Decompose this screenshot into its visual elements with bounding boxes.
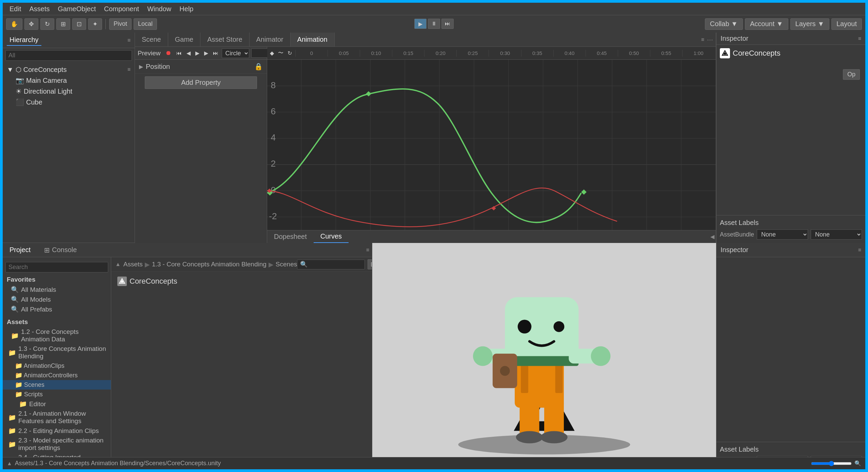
menu-component[interactable]: Component — [101, 4, 142, 14]
svg-text:2: 2 — [271, 159, 276, 169]
hierarchy-item-coreconcepts[interactable]: ▼ ⬡ CoreConcepts ≡ — [3, 64, 135, 75]
svg-point-45 — [473, 346, 493, 366]
account-button[interactable]: Account ▼ — [745, 18, 788, 30]
project-asset-9[interactable]: 📁 2.3 - Model specific animation import … — [3, 436, 111, 453]
anim-frame-input[interactable]: 0 — [251, 49, 268, 58]
hierarchy-item-cube[interactable]: ⬛ Cube — [3, 97, 135, 108]
tab-project[interactable]: Project — [3, 244, 37, 256]
tab-game[interactable]: Game — [168, 33, 200, 46]
anim-clip-select[interactable]: Circle — [222, 49, 249, 58]
timeline-key-btn[interactable]: ◆ — [269, 49, 275, 57]
anim-next-frame[interactable]: ▶ — [203, 49, 210, 57]
project-file-coreconcepts[interactable]: CoreConcepts — [114, 275, 369, 288]
hierarchy-camera-label: Main Camera — [26, 77, 67, 84]
position-arrow: ▶ — [139, 63, 143, 70]
unity-file-icon — [117, 277, 127, 286]
local-button[interactable]: Local — [134, 18, 157, 30]
anim-first-frame[interactable]: ⏮ — [175, 50, 183, 57]
project-asset-2[interactable]: 📁 AnimationClips — [3, 361, 111, 371]
menu-assets[interactable]: Assets — [26, 4, 53, 14]
menu-edit[interactable]: Edit — [6, 4, 24, 14]
ruler-1: 0:05 — [328, 50, 360, 57]
asset-bundle-select[interactable]: None — [757, 229, 808, 240]
anim-prev-frame[interactable]: ◀ — [185, 49, 192, 57]
hierarchy-search[interactable] — [5, 50, 132, 61]
breadcrumb-scenes[interactable]: Scenes — [276, 261, 297, 268]
hierarchy-content: ▼ ⬡ CoreConcepts ≡ 📷 Main Camera ☀ Direc… — [3, 63, 135, 243]
toolbar-move-tool[interactable]: ✥ — [24, 18, 38, 30]
hierarchy-tab[interactable]: Hierarchy — [7, 35, 41, 46]
project-search-input[interactable] — [5, 262, 108, 272]
tab-animator[interactable]: Animator — [250, 33, 291, 46]
hierarchy-item-dirlight[interactable]: ☀ Directional Light — [3, 86, 135, 97]
play-button[interactable]: ▶ — [414, 19, 427, 29]
asset-label-7: 2.1 - Animation Window Features and Sett… — [18, 410, 107, 425]
toolbar-rotate-tool[interactable]: ↻ — [40, 18, 54, 30]
project-files: CoreConcepts — [111, 272, 372, 469]
inspector-open-button[interactable]: Op — [843, 69, 860, 80]
pause-button[interactable]: ⏸ — [428, 19, 440, 29]
right-inspector-header: Inspector ≡ — [716, 243, 865, 257]
toolbar-hand-tool[interactable]: ✋ — [6, 18, 22, 30]
tab-dopesheet[interactable]: Dopesheet — [267, 231, 314, 243]
step-button[interactable]: ⏭ — [441, 19, 454, 29]
view-tabs-menu[interactable]: ≡ — [701, 37, 704, 43]
menu-gameobject[interactable]: GameObject — [55, 4, 99, 14]
anim-play[interactable]: ▶ — [194, 49, 201, 57]
anim-props-panel: Preview ⏺ ⏮ ◀ ▶ ▶ ⏭ Circle 0 — [135, 47, 267, 243]
project-search-right-input[interactable] — [297, 260, 365, 269]
project-asset-0[interactable]: 📁 1.2 - Core Concepts Animation Data — [3, 327, 111, 344]
toolbar-transform-tool[interactable]: ✦ — [88, 18, 102, 30]
anim-record-btn[interactable]: ⏺ — [164, 49, 173, 57]
menu-window[interactable]: Window — [144, 4, 175, 14]
breadcrumb-assets[interactable]: Assets — [123, 261, 143, 268]
inspector-content: CoreConcepts Op — [716, 45, 865, 215]
svg-point-50 — [516, 431, 543, 443]
timeline-curve-btn[interactable]: 〜 — [277, 49, 285, 57]
collab-button[interactable]: Collab ▼ — [705, 18, 743, 30]
project-asset-7[interactable]: 📁 2.1 - Animation Window Features and Se… — [3, 409, 111, 426]
inspector-menu-btn[interactable]: ≡ — [858, 36, 861, 42]
project-tab-label: Project — [9, 246, 31, 254]
project-asset-8[interactable]: 📁 2.2 - Editing Animation Clips — [3, 426, 111, 436]
breadcrumb-blending[interactable]: 1.3 - Core Concepts Animation Blending — [152, 261, 267, 268]
project-fav-models[interactable]: 🔍 All Models — [3, 295, 111, 304]
project-asset-5[interactable]: 📁 Scripts — [3, 390, 111, 399]
add-property-button[interactable]: Add Property — [145, 76, 257, 89]
tab-animation[interactable]: Animation — [291, 33, 335, 46]
tab-assetstore[interactable]: Asset Store — [200, 33, 249, 46]
timeline-ruler: 0 0:05 0:10 0:15 0:20 0:25 0:30 0:35 0:4… — [295, 50, 714, 57]
toolbar-scale-tool[interactable]: ⊞ — [56, 18, 70, 30]
project-asset-6[interactable]: 📁 Editor — [3, 399, 111, 409]
project-asset-1[interactable]: 📁 1.3 - Core Concepts Animation Blending — [3, 344, 111, 361]
menu-help[interactable]: Help — [176, 4, 197, 14]
project-fav-prefabs[interactable]: 🔍 All Prefabs — [3, 304, 111, 314]
layout-button[interactable]: Layout — [831, 18, 862, 30]
project-fav-materials[interactable]: 🔍 All Materials — [3, 285, 111, 295]
zoom-slider[interactable] — [811, 461, 852, 466]
toolbar-sep-1 — [105, 19, 106, 29]
project-view-toggle[interactable]: ⊞ — [368, 259, 372, 269]
breadcrumb-sep-1: ▶ — [145, 261, 150, 268]
layers-button[interactable]: Layers ▼ — [790, 18, 829, 30]
hierarchy-menu-btn[interactable]: ≡ — [127, 37, 131, 43]
asset-variant-select[interactable]: None — [811, 229, 862, 240]
project-asset-4[interactable]: 📁 Scenes — [3, 380, 111, 390]
position-lock[interactable]: 🔒 — [254, 62, 263, 71]
hierarchy-item-maincamera[interactable]: 📷 Main Camera — [3, 75, 135, 86]
timeline-refresh-btn[interactable]: ↻ — [286, 49, 293, 57]
right-inspector-menu[interactable]: ≡ — [858, 247, 861, 253]
tab-curves[interactable]: Curves — [314, 230, 349, 243]
hierarchy-panel: Hierarchy ≡ ▼ ⬡ CoreConcepts ≡ 📷 Main Ca… — [3, 33, 135, 243]
pivot-button[interactable]: Pivot — [109, 18, 132, 30]
project-asset-3[interactable]: 📁 AnimatorControllers — [3, 371, 111, 380]
curve-canvas[interactable]: 8 6 4 2 0 -2 — [267, 60, 716, 230]
hierarchy-item-menu[interactable]: ≡ — [127, 67, 131, 73]
project-menu-btn[interactable]: ≡ — [366, 247, 369, 253]
scroll-up-indicator[interactable]: ▲ — [115, 261, 121, 267]
toolbar-rect-tool[interactable]: ⊡ — [72, 18, 86, 30]
anim-last-frame[interactable]: ⏭ — [212, 50, 220, 57]
tab-scene[interactable]: Scene — [135, 33, 168, 46]
tab-console[interactable]: ⊞ Console — [37, 244, 83, 256]
view-tabs-more[interactable]: ⋯ — [707, 36, 713, 43]
